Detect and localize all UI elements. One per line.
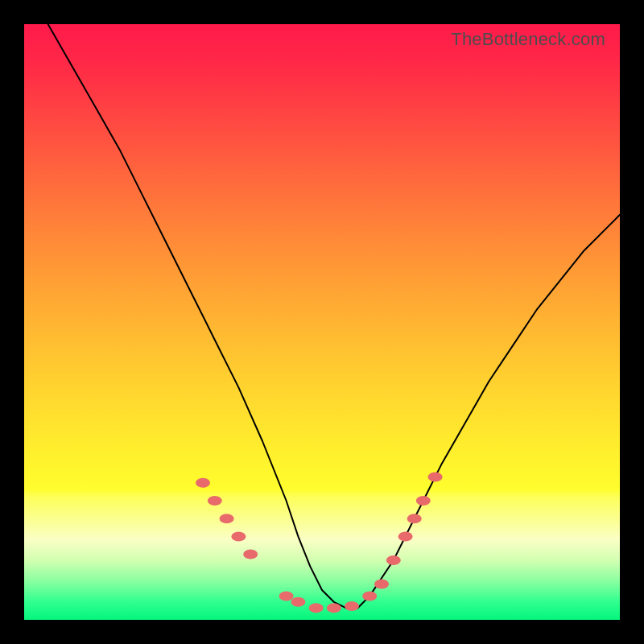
chart-frame: TheBottleneck.com bbox=[24, 24, 620, 620]
highlight-dot bbox=[279, 591, 294, 601]
highlight-dot bbox=[220, 514, 234, 523]
highlight-dot bbox=[416, 496, 431, 506]
highlight-dot bbox=[407, 514, 422, 523]
highlight-dot bbox=[362, 591, 377, 601]
highlight-dot bbox=[309, 603, 324, 613]
curve-layer bbox=[24, 24, 620, 620]
highlight-dot bbox=[327, 603, 341, 613]
highlight-dot bbox=[374, 580, 389, 589]
highlight-dot bbox=[208, 496, 222, 506]
highlight-dot bbox=[231, 531, 246, 541]
highlight-dot bbox=[398, 531, 413, 541]
highlight-dot bbox=[428, 472, 443, 481]
highlight-dot bbox=[386, 555, 401, 565]
highlight-dot bbox=[291, 597, 305, 607]
highlight-dot bbox=[345, 601, 359, 611]
bottleneck-curve bbox=[48, 24, 620, 608]
highlight-dot bbox=[243, 550, 258, 559]
highlight-dot bbox=[196, 478, 210, 488]
